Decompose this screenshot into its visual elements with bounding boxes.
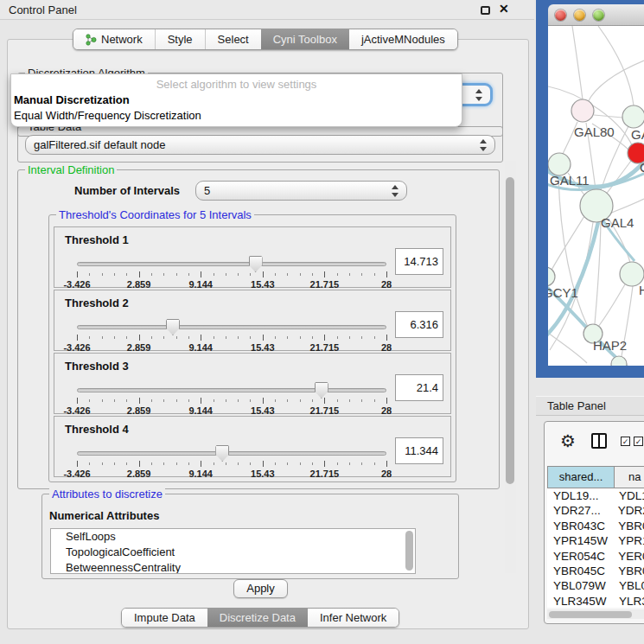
checkbox-icon[interactable]: ✓	[621, 437, 630, 446]
tick-mark	[201, 271, 201, 277]
attribute-list-item[interactable]: SelfLoops	[51, 529, 415, 545]
cell-shared-name[interactable]: YBR043C	[547, 519, 614, 533]
tick-mark	[238, 399, 239, 402]
cell-shared-name[interactable]: YBR045C	[547, 564, 614, 578]
table-row[interactable]: YBR045CYBR0	[547, 564, 644, 578]
cell-name[interactable]: YDR2	[614, 503, 644, 518]
table-row[interactable]: YDR27...YDR2	[547, 503, 644, 518]
slider-handle[interactable]	[315, 382, 328, 399]
threshold-value-field[interactable]: 14.713	[395, 248, 443, 275]
table-row[interactable]: YDL19...YDL1	[547, 488, 644, 503]
cell-name[interactable]: YER0	[614, 549, 644, 564]
threshold-value-field[interactable]: 21.4	[395, 374, 443, 401]
threshold-slider[interactable]: -3.4262.8599.14415.4321.71528	[77, 319, 386, 350]
attribute-list-item[interactable]: TopologicalCoefficient	[51, 545, 415, 560]
tick-mark	[214, 336, 214, 339]
tick-mark	[337, 273, 338, 276]
node-partial[interactable]	[611, 356, 627, 366]
cell-name[interactable]: YLR3	[615, 594, 644, 608]
cell-name[interactable]: YDL1	[615, 488, 644, 503]
slider-track[interactable]	[77, 451, 386, 456]
node-gcy1[interactable]	[548, 267, 555, 286]
close-traffic-icon[interactable]	[555, 10, 566, 21]
group-label: Threshold's Coordinates for 5 Intervals	[56, 208, 254, 221]
checkbox-icon[interactable]: ✓	[634, 437, 643, 446]
tab-network[interactable]: Network	[73, 29, 155, 49]
minimize-traffic-icon[interactable]	[574, 10, 585, 21]
table-hscrollbar[interactable]	[547, 609, 644, 619]
column-header-name[interactable]: na	[615, 466, 644, 488]
tick-label: -3.426	[63, 342, 90, 353]
slider-track[interactable]	[77, 388, 386, 392]
cell-name[interactable]: YBR0	[614, 519, 644, 533]
threshold-slider[interactable]: -3.4262.8599.14415.4321.71528	[77, 382, 386, 413]
attribute-list-item[interactable]: BetweennessCentrality	[51, 560, 415, 574]
tab-label: Network	[101, 33, 143, 46]
tick-label: 9.144	[188, 469, 213, 479]
slider-track[interactable]	[77, 325, 386, 329]
table-row[interactable]: YER054CYER0	[547, 549, 644, 564]
table-row[interactable]: YBR043CYBR0	[547, 519, 644, 533]
panel-scrollbar[interactable]	[505, 161, 516, 573]
tick-mark	[214, 273, 214, 276]
cell-shared-name[interactable]: YPR145W	[547, 533, 614, 548]
slider-handle[interactable]	[215, 445, 229, 462]
group-thresholds: Threshold's Coordinates for 5 Intervals …	[48, 214, 456, 482]
tick-mark	[89, 399, 90, 402]
gear-icon[interactable]: ⚙	[560, 430, 576, 451]
attributes-list[interactable]: SelfLoopsTopologicalCoefficientBetweenne…	[50, 528, 416, 574]
cell-shared-name[interactable]: YER054C	[547, 549, 614, 564]
slider-handle[interactable]	[166, 319, 180, 335]
group-table-data: Table Data galFiltered.sif default node	[17, 126, 503, 163]
dropdown-option-manual[interactable]: Manual Discretization	[13, 93, 460, 108]
table-toolbar: ⚙ ✓ ✓	[545, 422, 644, 463]
tick-label: 21.715	[310, 279, 340, 290]
cell-name[interactable]: YBR0	[614, 564, 644, 578]
tab-cyni-toolbox[interactable]: Cyni Toolbox	[261, 29, 349, 49]
tick-mark	[300, 462, 301, 465]
float-window-icon[interactable]	[481, 6, 490, 15]
scrollbar-thumb[interactable]	[549, 611, 632, 618]
table-row[interactable]: YPR145WYPR1	[547, 533, 644, 548]
table-row[interactable]: YLR345WYLR3	[547, 594, 644, 608]
table-data-combobox[interactable]: galFiltered.sif default node	[25, 135, 495, 155]
cell-name[interactable]: YBL0	[615, 578, 644, 593]
node-gal80[interactable]	[571, 99, 594, 122]
tab-jactivemnodules[interactable]: jActiveMNodules	[349, 29, 457, 49]
tab-impute-data[interactable]: Impute Data	[122, 609, 207, 627]
control-panel-tabbar: Network Style Select Cyni Toolbox jActiv…	[73, 29, 458, 50]
tab-select[interactable]: Select	[205, 29, 261, 49]
table-row[interactable]: YBL079WYBL0	[547, 578, 644, 593]
column-header-shared-name[interactable]: shared...	[547, 466, 615, 488]
cell-shared-name[interactable]: YBL079W	[547, 578, 615, 593]
cell-shared-name[interactable]: YDR27...	[547, 503, 614, 518]
split-columns-icon[interactable]	[591, 433, 607, 449]
threshold-value-field[interactable]: 6.316	[395, 311, 443, 338]
num-intervals-combobox[interactable]: 5	[195, 181, 407, 201]
cell-name[interactable]: YPR1	[614, 533, 644, 548]
threshold-slider[interactable]: -3.4262.8599.14415.4321.71528	[77, 256, 386, 287]
slider-track[interactable]	[77, 262, 386, 266]
node-ga[interactable]	[622, 105, 644, 128]
network-canvas[interactable]: GAL80 GA C GAL11 GAL4 GCY1 H HAP2	[548, 26, 644, 366]
slider-handle[interactable]	[249, 256, 263, 272]
close-icon[interactable]: ✕	[499, 2, 509, 16]
dropdown-option-equal-width[interactable]: Equal Width/Frequency Discretization	[13, 109, 460, 124]
tick-mark	[324, 461, 325, 467]
tab-style[interactable]: Style	[155, 29, 205, 49]
threshold-value-field[interactable]: 11.344	[395, 437, 443, 464]
zoom-traffic-icon[interactable]	[593, 10, 604, 21]
cell-shared-name[interactable]: YLR345W	[547, 594, 615, 608]
tab-infer-network[interactable]: Infer Network	[308, 609, 399, 627]
tick-mark	[324, 398, 325, 404]
list-scrollbar[interactable]	[405, 531, 413, 571]
scrollbar-thumb[interactable]	[506, 177, 514, 484]
tab-discretize-data[interactable]: Discretize Data	[207, 609, 308, 627]
network-window-titlebar[interactable]	[548, 4, 644, 26]
tick-mark	[163, 336, 164, 339]
threshold-slider[interactable]: -3.4262.8599.14415.4321.71528	[77, 445, 386, 476]
apply-button[interactable]: Apply	[233, 579, 288, 598]
tick-mark	[114, 399, 115, 402]
cell-shared-name[interactable]: YDL19...	[547, 488, 615, 503]
node-label: H	[639, 283, 644, 297]
